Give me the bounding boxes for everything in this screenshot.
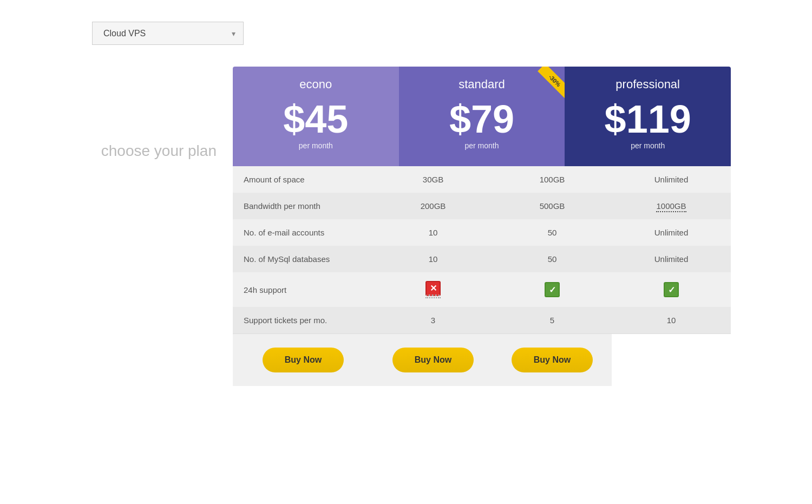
feature-value-cell: 100GB bbox=[493, 166, 612, 193]
feature-value-cell: 10 bbox=[374, 246, 493, 272]
plan-headers-row: econo $45 per month -30% standard $79 pe… bbox=[233, 67, 731, 166]
professional-plan-name: professional bbox=[570, 77, 725, 91]
discount-badge-text: -30% bbox=[538, 67, 565, 98]
feature-row: Support tickets per mo.3510 bbox=[233, 307, 731, 334]
feature-value-cell: 10 bbox=[612, 307, 731, 334]
feature-value-cell: 10 bbox=[374, 219, 493, 246]
check-icon: ✓ bbox=[545, 282, 560, 297]
feature-value-cell: Unlimited bbox=[612, 219, 731, 246]
choose-plan-label: choose your plan bbox=[81, 67, 233, 160]
professional-plan-header: professional $119 per month bbox=[565, 67, 731, 166]
feature-value-underlined: 1000GB bbox=[656, 201, 686, 212]
feature-value-cell: Unlimited bbox=[612, 246, 731, 272]
buy-now-standard-button[interactable]: Buy Now bbox=[392, 348, 474, 372]
feature-value-cell: 30GB bbox=[374, 166, 493, 193]
feature-value-cell: 1000GB bbox=[612, 193, 731, 219]
buy-now-standard-cell: Buy Now bbox=[374, 334, 493, 387]
econo-plan-header: econo $45 per month bbox=[233, 67, 399, 166]
feature-row: No. of MySql databases1050Unlimited bbox=[233, 246, 731, 272]
feature-row: 24h support✕✓✓ bbox=[233, 272, 731, 307]
feature-label: Bandwidth per month bbox=[233, 193, 374, 219]
buy-now-row: Buy Now Buy Now Buy Now bbox=[233, 334, 731, 387]
check-icon: ✓ bbox=[664, 282, 679, 297]
feature-value-cell: 500GB bbox=[493, 193, 612, 219]
feature-label: No. of MySql databases bbox=[233, 246, 374, 272]
econo-plan-price: $45 bbox=[238, 100, 394, 139]
dropdown-container: Cloud VPSShared HostingDedicated Server … bbox=[92, 22, 244, 45]
feature-value-cell: 3 bbox=[374, 307, 493, 334]
feature-value-cell: 200GB bbox=[374, 193, 493, 219]
professional-plan-period: per month bbox=[570, 141, 725, 150]
feature-value-cell: ✓ bbox=[493, 272, 612, 307]
feature-row: Bandwidth per month200GB500GB1000GB bbox=[233, 193, 731, 219]
buy-now-professional-cell: Buy Now bbox=[493, 334, 612, 387]
feature-label: Amount of space bbox=[233, 166, 374, 193]
discount-badge: -30% bbox=[521, 67, 565, 110]
dropdown-wrapper: Cloud VPSShared HostingDedicated Server … bbox=[92, 22, 731, 45]
econo-plan-name: econo bbox=[238, 77, 394, 91]
feature-label: No. of e-mail accounts bbox=[233, 219, 374, 246]
feature-value-cell: 5 bbox=[493, 307, 612, 334]
feature-value-cell: 50 bbox=[493, 246, 612, 272]
buy-now-econo-button[interactable]: Buy Now bbox=[263, 348, 344, 372]
feature-label: 24h support bbox=[233, 272, 374, 307]
econo-plan-period: per month bbox=[238, 141, 394, 150]
features-table: Amount of space30GB100GBUnlimitedBandwid… bbox=[233, 166, 731, 386]
professional-plan-price: $119 bbox=[570, 100, 725, 139]
feature-row: Amount of space30GB100GBUnlimited bbox=[233, 166, 731, 193]
standard-plan-period: per month bbox=[404, 141, 560, 150]
choose-plan-cell: choose your plan bbox=[81, 67, 233, 160]
feature-value-cell: ✓ bbox=[612, 272, 731, 307]
checkmark-icon: ✓ bbox=[545, 282, 560, 297]
feature-value-cell: Unlimited bbox=[612, 166, 731, 193]
cross-icon: ✕ bbox=[425, 281, 441, 298]
plans-content: econo $45 per month -30% standard $79 pe… bbox=[233, 67, 731, 386]
standard-plan-header: -30% standard $79 per month bbox=[399, 67, 565, 166]
buy-now-econo-cell: Buy Now bbox=[233, 334, 374, 387]
feature-row: No. of e-mail accounts1050Unlimited bbox=[233, 219, 731, 246]
feature-label: Support tickets per mo. bbox=[233, 307, 374, 334]
buy-now-professional-button[interactable]: Buy Now bbox=[512, 348, 593, 372]
x-icon: ✕ bbox=[425, 281, 441, 296]
pricing-section: choose your plan econo $45 per month -30… bbox=[81, 67, 731, 386]
page-container: Cloud VPSShared HostingDedicated Server … bbox=[81, 22, 731, 386]
plan-type-dropdown[interactable]: Cloud VPSShared HostingDedicated Server bbox=[92, 22, 244, 45]
feature-value-cell: 50 bbox=[493, 219, 612, 246]
checkmark-icon: ✓ bbox=[664, 282, 679, 297]
feature-value-cell: ✕ bbox=[374, 272, 493, 307]
